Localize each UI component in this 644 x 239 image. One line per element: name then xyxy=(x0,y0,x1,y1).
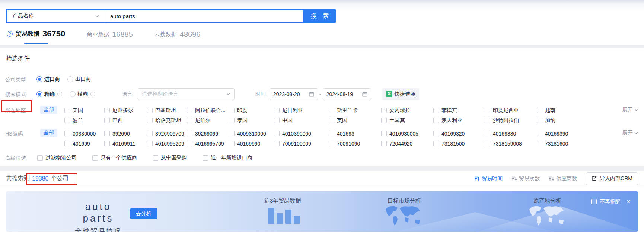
info-icon[interactable]: i xyxy=(57,92,62,96)
sort-supplier-count[interactable]: 供应商数 xyxy=(549,175,577,182)
hs-code-checkbox[interactable]: 401693 xyxy=(329,131,381,137)
summary-suffix: 个公司 xyxy=(51,175,69,182)
search-button[interactable]: 搜 索 xyxy=(304,9,336,23)
hs-code-checkbox[interactable]: 40169990 xyxy=(229,141,274,147)
results-toolbar: 贸易时间 贸易次数 供应商数 导入内部CRM xyxy=(474,172,638,185)
hs-code-checkbox[interactable]: 40169320 xyxy=(433,131,485,137)
hs-code-checkbox[interactable]: 7009100009 xyxy=(274,141,329,147)
region-checkbox[interactable]: 加纳 xyxy=(537,117,585,124)
region-checkbox[interactable]: 沙特阿拉伯 xyxy=(485,117,537,124)
results-header: 共搜索到 19380 个公司 贸易时间 贸易次数 供应商数 导入内部CRM xyxy=(0,171,644,187)
region-checkbox[interactable]: 巴基斯坦 xyxy=(147,107,187,114)
dismiss-label: 不再提醒 xyxy=(600,198,621,205)
hs-code-checkbox[interactable]: 4016995209 xyxy=(147,141,187,147)
import-crm-label: 导入内部CRM xyxy=(600,175,632,182)
region-checkbox[interactable]: 波兰 xyxy=(64,117,104,124)
checkbox-icon xyxy=(147,108,153,113)
region-checkbox[interactable]: 委内瑞拉 xyxy=(381,107,433,114)
hs-code-checkbox[interactable]: 4010390000 xyxy=(274,131,329,137)
hs-code-checkbox[interactable]: 40169911 xyxy=(104,141,147,147)
expand-label: 展开 xyxy=(622,130,633,136)
radio-fuzzy[interactable]: 模糊 i xyxy=(70,91,95,98)
chevron-down-icon xyxy=(634,109,638,111)
language-select[interactable]: 请选择翻译语言 xyxy=(138,88,235,100)
quick-options-button[interactable]: ⌘ 快捷选项 xyxy=(382,88,419,100)
hs-code-checkbox[interactable]: 73181600 xyxy=(537,141,585,147)
company-type-label: 公司类型 xyxy=(5,75,26,83)
advanced-checkbox[interactable]: 过滤物流公司 xyxy=(37,154,77,161)
tab-trade-data[interactable]: ? 贸易数据 36750 xyxy=(7,29,65,44)
tab-business-data[interactable]: 商业数据 16885 xyxy=(87,30,133,44)
hs-code-checkbox[interactable]: 72044920 xyxy=(381,141,433,147)
region-checkbox[interactable]: 土耳其 xyxy=(381,117,433,124)
region-checkbox[interactable]: 斯里兰卡 xyxy=(329,107,381,114)
region-checkbox[interactable]: 厄瓜多尔 xyxy=(104,107,147,114)
info-icon[interactable]: i xyxy=(90,92,95,96)
region-checkbox[interactable]: 美国 xyxy=(64,107,104,114)
region-checkbox[interactable]: 菲律宾 xyxy=(433,107,485,114)
hs-code-all-chip[interactable]: 全部 xyxy=(40,129,57,137)
checkbox-label: 厄瓜多尔 xyxy=(112,107,133,114)
hs-code-checkbox[interactable]: 392690 xyxy=(104,131,147,137)
hs-code-checkbox[interactable]: 00330000 xyxy=(64,131,104,137)
region-checkbox[interactable]: 尼日利亚 xyxy=(274,107,329,114)
checkbox-label: 72044920 xyxy=(389,141,412,147)
region-checkbox[interactable]: 尼泊尔 xyxy=(187,117,229,124)
start-date-input[interactable]: 2023-08-20 xyxy=(270,88,318,100)
checkbox-icon xyxy=(381,131,387,136)
region-all-chip[interactable]: 全部 xyxy=(40,106,57,114)
region-checkbox[interactable]: 哈萨克斯坦 xyxy=(147,117,187,124)
question-icon[interactable]: ? xyxy=(7,31,13,37)
dismiss-checkbox[interactable] xyxy=(591,199,597,204)
checkbox-label: 近一年新增进口商 xyxy=(211,154,252,161)
search-box: 产品名称 xyxy=(6,9,304,23)
sort-trade-count[interactable]: 贸易次数 xyxy=(511,175,540,182)
analyze-button[interactable]: 去分析 xyxy=(130,208,157,219)
checkbox-label: 越南 xyxy=(545,107,555,114)
sort-trade-time[interactable]: 贸易时间 xyxy=(474,175,503,182)
checkbox-icon xyxy=(274,108,280,113)
region-checkbox[interactable]: 印度 xyxy=(229,107,274,114)
checkbox-label: 73181600 xyxy=(545,141,568,147)
hs-code-checkbox[interactable]: 7318159008 xyxy=(485,141,537,147)
region-expand-toggle[interactable]: 展开 xyxy=(622,106,638,113)
tab-cloud-search-data[interactable]: 云搜数据 48696 xyxy=(154,30,201,44)
banner-subtitle: 全球贸易情况 xyxy=(68,227,128,232)
hs-code-checkbox[interactable]: 4016930005 xyxy=(381,131,433,137)
end-date-input[interactable]: 2024-08-19 xyxy=(323,88,371,100)
hs-code-checkbox[interactable]: 40169390 xyxy=(537,131,585,137)
checkbox-icon xyxy=(203,155,208,161)
region-checkbox[interactable]: 越南 xyxy=(537,107,585,114)
checkbox-label: 巴基斯坦 xyxy=(155,107,176,114)
search-input[interactable] xyxy=(105,10,303,22)
hs-code-checkbox[interactable]: 4016995709 xyxy=(187,141,229,147)
search-field-select[interactable]: 产品名称 xyxy=(7,10,105,22)
checkbox-label: 40169320 xyxy=(441,131,465,137)
hs-code-checkbox[interactable]: 3926909709 xyxy=(147,131,187,137)
region-checkbox[interactable]: 澳大利亚 xyxy=(433,117,485,124)
import-crm-button[interactable]: 导入内部CRM xyxy=(586,172,638,185)
hs-code-checkbox[interactable]: 70091090 xyxy=(329,141,381,147)
region-checkbox[interactable]: 印度尼西亚 xyxy=(485,107,537,114)
advanced-checkbox[interactable]: 只有一个供应商 xyxy=(92,154,137,161)
close-icon[interactable]: × xyxy=(627,198,631,205)
region-checkbox[interactable]: 泰国 xyxy=(229,117,274,124)
region-checkbox[interactable]: 巴西 xyxy=(104,117,147,124)
region-checkbox[interactable]: 中国 xyxy=(274,117,329,124)
checkbox-label: 土耳其 xyxy=(389,117,405,124)
hs-code-checkbox[interactable]: 73181500 xyxy=(433,141,485,147)
hs-code-checkbox[interactable]: 401699 xyxy=(64,141,104,147)
hs-code-checkbox[interactable]: 39269099 xyxy=(187,131,229,137)
hs-code-expand-toggle[interactable]: 展开 xyxy=(622,130,638,136)
radio-exact[interactable]: 精确 i xyxy=(36,91,62,98)
checkbox-icon xyxy=(433,108,439,113)
advanced-checkbox[interactable]: 从中国采购 xyxy=(153,154,187,161)
region-checkbox[interactable]: 阿拉伯联合... xyxy=(187,107,229,114)
hs-code-checkbox[interactable]: 4009310000 xyxy=(229,131,274,137)
advanced-checkbox[interactable]: 近一年新增进口商 xyxy=(203,154,252,161)
hs-code-checkbox[interactable]: 40169330 xyxy=(485,131,537,137)
checkbox-icon xyxy=(485,141,490,146)
radio-exporter[interactable]: 出口商 xyxy=(67,76,91,83)
region-checkbox[interactable]: 英国 xyxy=(329,117,381,124)
radio-importer[interactable]: 进口商 xyxy=(36,76,60,83)
